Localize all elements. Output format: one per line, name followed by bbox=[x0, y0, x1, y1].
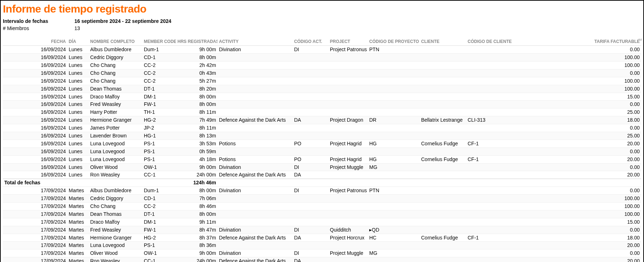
cell-acode bbox=[293, 85, 328, 93]
meta-range-label: Intervalo de fechas bbox=[3, 18, 74, 25]
cell-dia: Martes bbox=[67, 218, 89, 226]
cell-pcode bbox=[368, 195, 420, 203]
cell-fecha: 16/09/2024 bbox=[3, 124, 67, 132]
cell-proj bbox=[328, 77, 368, 85]
cell-act: Defence Against the Dark Arts bbox=[218, 234, 293, 242]
cell-nombre: Oliver Wood bbox=[89, 163, 142, 171]
cell-hrs: 8h 20m bbox=[176, 85, 218, 93]
table-row: 16/09/2024LunesAlbus DumbledoreDum-19h 0… bbox=[3, 46, 641, 54]
cell-hrs: 8h 00m bbox=[176, 54, 218, 62]
cell-hrs: 7h 49m bbox=[176, 116, 218, 124]
cell-fecha: 17/09/2024 bbox=[3, 242, 67, 249]
cell-proj bbox=[328, 242, 368, 249]
cell-nombre: Fred Weasley bbox=[89, 226, 142, 234]
cell-mcode: HG-2 bbox=[142, 234, 176, 242]
cell-nombre: Albus Dumbledore bbox=[89, 46, 142, 54]
cell-pcode: HG bbox=[368, 140, 420, 147]
cell-pcode bbox=[368, 61, 420, 69]
cell-nombre: Draco Malfoy bbox=[89, 218, 142, 226]
cell-pcode: HG bbox=[368, 155, 420, 163]
meta-row-members: # Miembros 13 bbox=[3, 25, 641, 32]
table-row: 17/09/2024MartesRon WeasleyCC-124h 00mDe… bbox=[3, 257, 641, 262]
table-row: 16/09/2024LunesDean ThomasDT-18h 20m100.… bbox=[3, 85, 641, 93]
cell-proj bbox=[328, 93, 368, 101]
cell-fecha: 17/09/2024 bbox=[3, 203, 67, 210]
cell-pcode: MG bbox=[368, 249, 420, 257]
column-header-acode: Código act. bbox=[293, 38, 328, 46]
cell-cliente bbox=[420, 69, 466, 77]
cell-cliente bbox=[420, 101, 466, 108]
cell-nombre: Cedric Diggory bbox=[89, 54, 142, 62]
cell-acode: DI bbox=[293, 46, 328, 54]
cell-pcode bbox=[368, 108, 420, 116]
cell-proj bbox=[328, 132, 368, 140]
cell-cliente bbox=[420, 226, 466, 234]
cell-tarifa: 0.00 bbox=[520, 249, 641, 257]
cell-ccode bbox=[466, 46, 520, 54]
cell-mcode: DT-1 bbox=[142, 210, 176, 218]
cell-tarifa: 0.00 bbox=[520, 69, 641, 77]
cell-tarifa: 100.00 bbox=[520, 203, 641, 210]
cell-fecha: 16/09/2024 bbox=[3, 132, 67, 140]
cell-nombre: Cho Chang bbox=[89, 77, 142, 85]
cell-cliente: Cornelius Fudge bbox=[420, 234, 466, 242]
cell-nombre: Harry Potter bbox=[89, 108, 142, 116]
cell-dia: Martes bbox=[67, 249, 89, 257]
cell-act: Defence Against the Dark Arts bbox=[218, 171, 293, 179]
cell-tarifa: 100.00 bbox=[520, 61, 641, 69]
column-header-pcode: Código de proyecto bbox=[368, 38, 420, 46]
cell-pcode bbox=[368, 85, 420, 93]
column-header-act: Activity bbox=[218, 38, 293, 46]
cell-dia: Lunes bbox=[67, 93, 89, 101]
cell-cliente bbox=[420, 242, 466, 249]
cell-act bbox=[218, 124, 293, 132]
cell-ccode: CLI-313 bbox=[466, 116, 520, 124]
cell-pcode bbox=[368, 257, 420, 262]
cell-acode bbox=[293, 101, 328, 108]
cell-cliente bbox=[420, 93, 466, 101]
column-header-nombre: Nombre completo bbox=[89, 38, 142, 46]
cell-tarifa: 0.00 bbox=[520, 226, 641, 234]
cell-mcode: PS-1 bbox=[142, 242, 176, 249]
cell-acode bbox=[293, 203, 328, 210]
cell-act: Divination bbox=[218, 249, 293, 257]
cell-fecha: 16/09/2024 bbox=[3, 108, 67, 116]
cell-cliente bbox=[420, 203, 466, 210]
cell-tarifa: 100.00 bbox=[520, 54, 641, 62]
cell-act bbox=[218, 69, 293, 77]
table-row: 17/09/2024MartesCedric DiggoryCD-17h 06m… bbox=[3, 195, 641, 203]
cell-fecha: 17/09/2024 bbox=[3, 249, 67, 257]
cell-hrs: 8h 00m bbox=[176, 187, 218, 195]
cell-hrs: 8h 13m bbox=[176, 132, 218, 140]
cell-proj bbox=[328, 147, 368, 155]
cell-proj bbox=[328, 218, 368, 226]
cell-mcode: CC-2 bbox=[142, 77, 176, 85]
cell-hrs: 8h 00m bbox=[176, 210, 218, 218]
cell-mcode: FW-1 bbox=[142, 226, 176, 234]
report-title: Informe de tiempo registrado bbox=[3, 3, 641, 15]
cell-act bbox=[218, 101, 293, 108]
table-row: 16/09/2024LunesFred WeasleyFW-18h 00m0.0… bbox=[3, 101, 641, 108]
cell-ccode: CF-1 bbox=[466, 155, 520, 163]
cell-pcode bbox=[368, 101, 420, 108]
cell-hrs: 24h 00m bbox=[176, 257, 218, 262]
cell-ccode bbox=[466, 195, 520, 203]
cell-mcode: JP-2 bbox=[142, 124, 176, 132]
cell-mcode: PS-1 bbox=[142, 147, 176, 155]
cell-tarifa: 0.00 bbox=[520, 187, 641, 195]
cell-hrs: 8h 11m bbox=[176, 108, 218, 116]
cell-hrs: 9h 11m bbox=[176, 218, 218, 226]
cell-act bbox=[218, 77, 293, 85]
cell-acode bbox=[293, 61, 328, 69]
cell-acode bbox=[293, 77, 328, 85]
cell-nombre: Cedric Diggory bbox=[89, 195, 142, 203]
cell-nombre: Fred Weasley bbox=[89, 101, 142, 108]
cell-pcode: PTN bbox=[368, 187, 420, 195]
meta-members-value: 13 bbox=[74, 25, 80, 32]
table-row: 16/09/2024LunesRon WeasleyCC-124h 00mDef… bbox=[3, 171, 641, 179]
cell-hrs: 9h 00m bbox=[176, 163, 218, 171]
cell-proj: Project Patronus bbox=[328, 187, 368, 195]
cell-dia: Lunes bbox=[67, 85, 89, 93]
cell-dia: Martes bbox=[67, 257, 89, 262]
cell-nombre: Hermione Granger bbox=[89, 234, 142, 242]
